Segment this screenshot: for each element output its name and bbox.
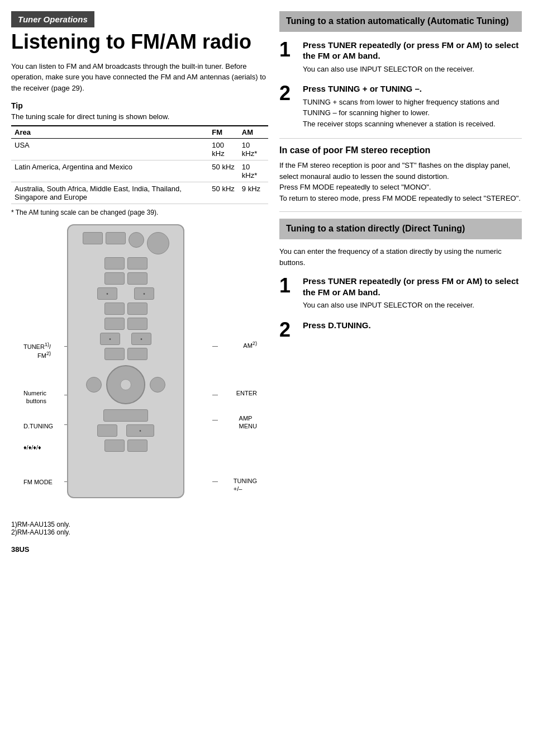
direct-step-2: 2 Press D.TUNING. (279, 320, 522, 340)
am-1: 10 kHz* (239, 139, 268, 160)
btn-row-extra (74, 440, 178, 452)
col-am: AM (239, 126, 268, 139)
table-row: Australia, South Africa, Middle East, In… (11, 182, 268, 204)
btn-row-numeric (74, 333, 178, 345)
nav-label: ♦/♦/♦/♦ (23, 443, 41, 451)
divider-2 (279, 211, 522, 212)
am-btn[interactable] (134, 287, 154, 300)
btn-row-8 (74, 348, 178, 360)
nav-inner (120, 379, 131, 390)
area-3: Australia, South Africa, Middle East, In… (11, 182, 208, 204)
footnote-2: 2)RM-AAU136 only. (11, 528, 268, 536)
btn-8 (127, 272, 147, 285)
page: Tuner Operations Listening to FM/AM radi… (0, 0, 533, 756)
auto-tuning-header: Tuning to a station automatically (Autom… (279, 11, 522, 32)
step-title-2: Press TUNING + or TUNING –. (303, 83, 522, 94)
btn-row-tuner (74, 287, 178, 300)
table-footnote: * The AM tuning scale can be changed (pa… (11, 209, 268, 216)
step-num-2: 2 (279, 83, 296, 103)
step-desc-1: You can also use INPUT SELECTOR on the r… (303, 64, 522, 75)
table-row: USA 100 kHz 10 kHz* (11, 139, 268, 160)
btn-11 (104, 318, 125, 330)
numeric-btn[interactable] (100, 333, 120, 345)
d-tuning-btn[interactable] (86, 377, 102, 393)
btn-row-top (74, 232, 178, 254)
btn-7 (104, 272, 125, 285)
btn-17 (127, 440, 147, 452)
nav-area (74, 365, 178, 404)
btn-16 (104, 440, 125, 452)
wide-btn (103, 409, 148, 422)
am-2: 10 kHz* (239, 160, 268, 182)
tuning-btn[interactable] (126, 424, 154, 437)
area-2: Latin America, Argentina and Mexico (11, 160, 208, 182)
am-label: AM2) (243, 341, 257, 349)
btn-row-wide (74, 409, 178, 422)
tip-label: Tip (11, 101, 268, 110)
nav-circle[interactable] (106, 365, 145, 404)
divider-1 (279, 138, 522, 139)
am-3: 9 kHz (239, 182, 268, 204)
btn-14 (127, 348, 147, 360)
poor-fm-title: In case of poor FM stereo reception (279, 145, 522, 155)
step-title-1: Press TUNER repeatedly (or press FM or A… (303, 40, 522, 62)
left-column: Tuner Operations Listening to FM/AM radi… (11, 11, 268, 745)
btn-row-fmmode (74, 424, 178, 437)
btn-1 (83, 232, 103, 244)
auto-step-1: 1 Press TUNER repeatedly (or press FM or… (279, 40, 522, 75)
tuner-btn[interactable] (97, 287, 117, 300)
numeric-label: Numericbuttons (23, 389, 46, 405)
table-row: Latin America, Argentina and Mexico 50 k… (11, 160, 268, 182)
dtuning-label: D.TUNING (23, 423, 53, 429)
btn-9 (104, 303, 125, 315)
intro-text: You can listen to FM and AM broadcasts t… (11, 61, 268, 94)
tuning-table: Area FM AM USA 100 kHz 10 kHz* Latin Ame… (11, 125, 268, 204)
right-column: Tuning to a station automatically (Autom… (279, 11, 522, 745)
fmmode-label: FM MODE (23, 479, 53, 485)
remote-body (67, 224, 184, 498)
btn-row-3 (74, 272, 178, 285)
btn-12 (127, 318, 147, 330)
ampmenu-label: AMPMENU (239, 414, 257, 431)
enter-btn[interactable] (131, 333, 151, 345)
direct-step-1: 1 Press TUNER repeatedly (or press FM or… (279, 276, 522, 311)
btn-15 (97, 424, 117, 437)
tuner-badge: Tuner Operations (11, 11, 94, 27)
step-num-1: 1 (279, 40, 296, 60)
btn-row-5 (74, 303, 178, 315)
enter-label: ENTER (236, 390, 257, 396)
btn-6 (127, 257, 147, 270)
btn-3 (129, 232, 144, 248)
amp-menu-btn[interactable] (150, 377, 165, 393)
remote-diagram: TUNER1)/FM2) Numericbuttons D.TUNING ♦/♦… (22, 224, 257, 515)
direct-tuning-intro: You can enter the frequency of a station… (279, 246, 522, 268)
page-number: 38US (11, 545, 268, 554)
tuning-label: TUNING+/– (234, 477, 257, 493)
step-desc-2: TUNING + scans from lower to higher freq… (303, 97, 522, 130)
step-content-2: Press TUNING + or TUNING –. TUNING + sca… (303, 83, 522, 129)
btn-10 (127, 303, 147, 315)
direct-step-num-2: 2 (279, 320, 296, 340)
tuner-fm-label: TUNER1)/FM2) (23, 342, 51, 360)
poor-fm-text: If the FM stereo reception is poor and "… (279, 160, 522, 204)
tip-text: The tuning scale for direct tuning is sh… (11, 112, 268, 121)
btn-13 (104, 348, 125, 360)
direct-step-title-2: Press D.TUNING. (303, 320, 522, 331)
direct-step-desc-1: You can also use INPUT SELECTOR on the r… (303, 300, 522, 311)
direct-step-content-1: Press TUNER repeatedly (or press FM or A… (303, 276, 522, 311)
fm-2: 50 kHz (208, 160, 239, 182)
btn-4 (147, 232, 169, 254)
footnotes-bottom: 1)RM-AAU135 only. 2)RM-AAU136 only. (11, 521, 268, 536)
page-title: Listening to FM/AM radio (11, 31, 268, 53)
btn-row-6 (74, 318, 178, 330)
btn-5 (104, 257, 125, 270)
auto-step-2: 2 Press TUNING + or TUNING –. TUNING + s… (279, 83, 522, 129)
direct-step-content-2: Press D.TUNING. (303, 320, 522, 333)
col-area: Area (11, 126, 208, 139)
direct-tuning-header: Tuning to a station directly (Direct Tun… (279, 219, 522, 239)
direct-step-num-1: 1 (279, 276, 296, 296)
footnote-1: 1)RM-AAU135 only. (11, 521, 268, 528)
btn-row-2 (74, 257, 178, 270)
step-content-1: Press TUNER repeatedly (or press FM or A… (303, 40, 522, 75)
area-1: USA (11, 139, 208, 160)
